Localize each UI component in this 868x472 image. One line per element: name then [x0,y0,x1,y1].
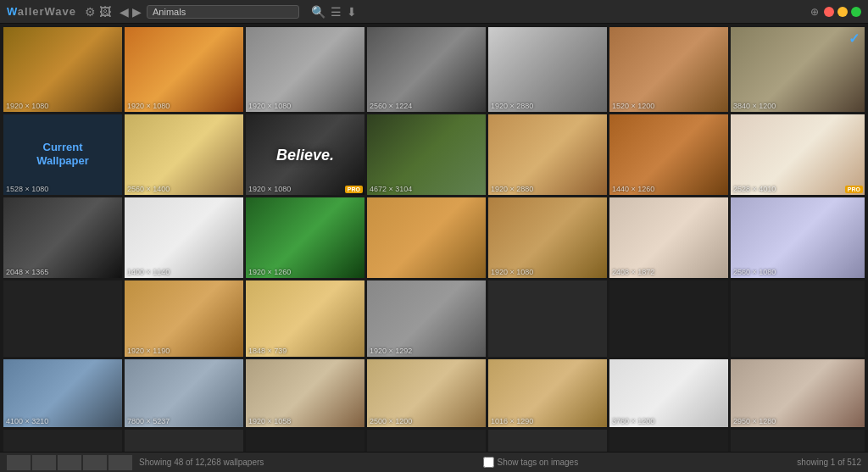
traffic-lights [824,7,861,17]
wallpaper-thumb[interactable] [125,430,243,452]
logo-text: W [7,5,18,18]
wallpaper-thumb[interactable]: 1920 × 1080 [246,27,364,112]
wallpaper-thumb[interactable] [246,430,364,452]
wallpaper-thumb[interactable] [3,280,122,357]
wallpaper-thumb[interactable]: 1920 × 1080 [488,197,607,278]
dimension-label: 1920 × 1080 [248,102,291,110]
wallpaper-thumb[interactable]: 4100 × 3210 [3,359,122,427]
show-tags-option[interactable]: Show tags on images [483,457,579,468]
footer-thumb[interactable] [83,455,107,470]
wallpaper-thumb[interactable] [367,197,486,278]
show-tags-label: Show tags on images [498,458,579,467]
wallpaper-thumb[interactable]: 1440 × 1260 [609,114,728,195]
search-bar[interactable] [147,5,299,19]
wallpaper-thumb[interactable] [367,430,486,452]
wallpaper-thumb[interactable]: 2500 × 1200 [367,359,486,427]
wallpaper-thumb[interactable] [488,430,607,452]
wallpaper-thumb[interactable] [609,280,728,357]
app-logo: WallerWave [7,5,76,18]
wallpaper-thumb[interactable]: 3760 × 1200 [609,359,728,427]
current-wallpaper-thumb[interactable]: CurrentWallpaper 1528 × 1080 [3,114,122,195]
dimension-label: 2560 × 1400 [127,185,170,193]
dimension-label: 2560 × 1224 [370,102,412,110]
footer-thumb[interactable] [32,455,56,470]
settings-icon[interactable]: ⚙ [85,5,96,19]
logo-wave: allerWave [18,5,76,18]
page-number: 1 [831,458,836,467]
wallpaper-thumb[interactable]: 1920 × 1190 [125,280,243,357]
search-icon[interactable]: 🔍 [311,5,326,19]
dimension-label: 1920 × 1080 [6,102,48,110]
download-icon[interactable]: ⬇ [347,5,357,19]
dimension-label: 1920 × 1080 [127,102,170,110]
wallpaper-thumb[interactable]: ✓ 3840 × 1200 [731,27,865,112]
wallpaper-grid: 1920 × 1080 1920 × 1080 1920 × 1080 2560… [0,24,868,452]
maximize-button[interactable] [851,7,861,17]
nav-icons: ⚙ 🖼 [85,5,111,19]
grid-row-5: 4100 × 3210 7800 × 5237 1920 × 1058 2500… [3,359,865,427]
wallpaper-thumb[interactable] [731,430,865,452]
dimension-label: 1920 × 1260 [248,268,291,276]
dimension-label: 1920 × 1080 [491,268,533,276]
dimension-label: 1016 × 1290 [491,417,533,425]
wallpaper-thumb[interactable]: 1920 × 1292 [367,280,486,357]
dimension-label: 2560 × 1080 [733,268,776,276]
wallpaper-thumb[interactable]: 1920 × 2880 [488,27,607,112]
wallpaper-thumb[interactable]: 2560 × 1400 [125,114,243,195]
wallpaper-thumb[interactable]: 1520 × 1200 [609,27,728,112]
page-of: of 512 [837,458,861,467]
wallpaper-thumb[interactable]: Believe. 1920 × 1080 PRO [246,114,364,195]
wallpaper-thumb[interactable]: 7800 × 5237 [125,359,243,427]
share-icon[interactable]: 🖼 [99,5,111,19]
grid-row-1: 1920 × 1080 1920 × 1080 1920 × 1080 2560… [3,27,865,112]
dimension-label: 1440 × 1260 [612,185,654,193]
footer-thumb[interactable] [7,455,31,470]
wallpaper-thumb[interactable]: 1920 × 2880 [488,114,607,195]
dimension-label: 3760 × 1200 [612,417,654,425]
wallpaper-thumb[interactable] [3,430,122,452]
dimension-label: 2500 × 1200 [370,417,412,425]
wallpaper-thumb[interactable] [488,280,607,357]
dimension-label: 1528 × 1080 [6,185,48,193]
wallpaper-thumb[interactable]: 1920 × 1058 [246,359,364,427]
dimension-label: 7800 × 5237 [127,417,170,425]
footer-thumbnails [7,455,132,470]
footer-thumb[interactable] [58,455,81,470]
pro-badge: PRO [345,186,363,193]
wallpaper-thumb[interactable]: 1848 × 739 [246,280,364,357]
wallpaper-thumb[interactable]: 1920 × 1080 [3,27,122,112]
wallpaper-thumb[interactable]: 1400 × 1140 [125,197,243,278]
wallpaper-thumb[interactable]: 4672 × 3104 [367,114,486,195]
grid-row-2: CurrentWallpaper 1528 × 1080 2560 × 1400… [3,114,865,195]
footer-thumb[interactable] [108,455,132,470]
wallpaper-thumb[interactable]: 2408 × 1872 [609,197,728,278]
toolbar-icons: 🔍 ☰ ⬇ [311,5,357,19]
wallpaper-thumb[interactable]: 2950 × 1280 [731,359,865,427]
wallpaper-thumb[interactable] [731,280,865,357]
back-button[interactable]: ◀ [120,5,129,19]
wallpaper-thumb[interactable]: 2560 × 1224 [367,27,486,112]
wallpaper-thumb[interactable]: 2560 × 1080 [731,197,865,278]
show-tags-checkbox[interactable] [483,457,494,468]
dimension-label: 1400 × 1140 [127,268,170,276]
wallpaper-thumb[interactable]: 2528 × 4010 PRO [731,114,865,195]
wallpaper-thumb[interactable] [609,430,728,452]
forward-button[interactable]: ▶ [132,5,142,19]
minimize-button[interactable] [837,7,848,17]
dimension-label: 4100 × 3210 [6,417,48,425]
wallpaper-thumb[interactable]: 2048 × 1365 [3,197,122,278]
search-input[interactable] [153,7,271,17]
list-view-icon[interactable]: ☰ [331,5,342,19]
wallpaper-thumb[interactable]: 1920 × 1080 [125,27,243,112]
close-button[interactable] [824,7,834,17]
dimension-label: 1920 × 2880 [491,185,533,193]
wallpaper-thumb[interactable]: 1920 × 1260 [246,197,364,278]
wallpaper-thumb[interactable]: 1016 × 1290 [488,359,607,427]
page-info: showing 1 of 512 [797,458,861,467]
dimension-label: 1920 × 1292 [370,347,412,355]
dimension-label: 1920 × 1190 [127,347,170,355]
dimension-label: 1848 × 739 [248,347,287,355]
checkmark-icon: ✓ [849,31,860,47]
dimension-label: 2950 × 1280 [733,417,776,425]
dimension-label: 2408 × 1872 [612,268,654,276]
